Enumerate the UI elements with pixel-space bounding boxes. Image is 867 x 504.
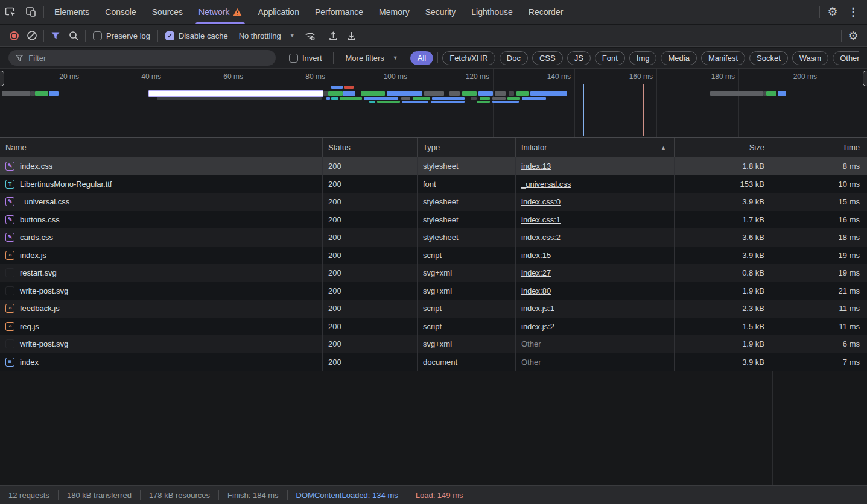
column-header-initiator[interactable]: Initiator▲ [516, 138, 675, 157]
chip-media[interactable]: Media [661, 51, 696, 65]
tab-label: Recorder [529, 7, 564, 17]
network-settings-button[interactable]: ⚙ [844, 27, 862, 44]
table-row[interactable]: ✎cards.css200stylesheetindex.css:23.6 kB… [0, 228, 867, 247]
clear-network-log-button[interactable] [23, 27, 41, 44]
overview-request-bar [480, 97, 490, 100]
overview-request-bar [413, 97, 430, 100]
column-header-name[interactable]: Name [0, 138, 323, 157]
chip-other[interactable]: Other [833, 51, 859, 65]
table-row[interactable]: ‹›req.js200scriptindex.js:21.5 kB11 ms [0, 318, 867, 336]
table-row[interactable]: ✎_universal.css200stylesheetindex.css:03… [0, 193, 867, 211]
table-row[interactable]: ✎index.css200stylesheetindex:131.8 kB8 m… [0, 157, 867, 175]
overview-request-bar [331, 97, 338, 100]
column-header-label: Size [749, 143, 764, 152]
table-row[interactable]: write-post.svg200svg+xmlOther1.9 kB6 ms [0, 335, 867, 353]
more-filters-dropdown[interactable]: More filters ▼ [340, 54, 404, 63]
filter-input-pill[interactable] [8, 50, 276, 66]
chip-img[interactable]: Img [629, 51, 657, 65]
timeline-tick-label: 140 ms [547, 72, 571, 81]
disable-cache-checkbox[interactable]: ✓ Disable cache [160, 31, 233, 40]
preserve-log-checkbox[interactable]: Preserve log [88, 31, 155, 40]
table-row[interactable]: TLibertinusMono-Regular.ttf200font_unive… [0, 175, 867, 194]
table-row[interactable]: ‹›feedback.js200scriptindex.js:12.3 kB11… [0, 300, 867, 318]
filter-input[interactable] [28, 54, 268, 63]
network-conditions-button[interactable] [301, 27, 319, 44]
initiator-link[interactable]: index:27 [521, 268, 551, 277]
overview-request-bar [326, 97, 330, 100]
timeline-tick-label: 160 ms [629, 72, 653, 81]
table-row[interactable]: restart.svg200svg+xmlindex:270.8 kB19 ms [0, 264, 867, 282]
timeline-gridline [247, 69, 247, 137]
table-row[interactable]: ≡index200documentOther3.9 kB7 ms [0, 353, 867, 371]
column-header-status[interactable]: Status [323, 138, 418, 157]
overview-request-bar [328, 91, 343, 96]
tab-recorder[interactable]: Recorder [521, 0, 571, 24]
overview-request-bar [478, 91, 493, 96]
status-bar: 12 requests180 kB transferred178 kB reso… [0, 485, 867, 504]
initiator-link[interactable]: index.css:0 [521, 197, 561, 206]
initiator-link[interactable]: index.css:1 [521, 215, 561, 224]
overview-right-handle[interactable] [863, 71, 867, 86]
chip-manifest[interactable]: Manifest [701, 51, 745, 65]
tab-elements[interactable]: Elements [46, 0, 97, 24]
tab-security[interactable]: Security [418, 0, 464, 24]
chip-socket[interactable]: Socket [749, 51, 788, 65]
overview-request-bar [361, 91, 385, 96]
wifi-gear-icon [304, 30, 316, 41]
chip-all[interactable]: All [410, 51, 433, 65]
font-file-icon: T [5, 180, 14, 189]
initiator-link[interactable]: index:13 [521, 162, 551, 171]
throttling-select[interactable]: No throttling ▼ [233, 31, 301, 40]
tab-sources[interactable]: Sources [144, 0, 191, 24]
filter-toggle-button[interactable] [46, 27, 65, 44]
record-network-log-button[interactable] [5, 27, 23, 44]
chip-wasm[interactable]: Wasm [792, 51, 828, 65]
devtools-settings-button[interactable]: ⚙ [822, 3, 843, 21]
search-network-button[interactable] [65, 27, 83, 44]
cell-initiator: index.css:0 [516, 193, 675, 211]
export-har-button[interactable] [343, 27, 361, 44]
device-toolbar-button[interactable] [21, 3, 41, 21]
column-header-time[interactable]: Time [772, 138, 867, 157]
chip-css[interactable]: CSS [532, 51, 563, 65]
cell-name: ‹›req.js [0, 318, 323, 336]
tab-console[interactable]: Console [97, 0, 144, 24]
preserve-log-label: Preserve log [106, 31, 150, 40]
initiator-link[interactable]: index.js:1 [521, 304, 554, 313]
overview-request-bar [522, 97, 546, 100]
tab-memory[interactable]: Memory [371, 0, 418, 24]
css-file-icon: ✎ [5, 233, 14, 242]
chip-fetchxhr[interactable]: Fetch/XHR [442, 51, 495, 65]
chip-js[interactable]: JS [567, 51, 591, 65]
column-header-label: Time [843, 143, 860, 152]
tab-application[interactable]: Application [250, 0, 307, 24]
column-header-type[interactable]: Type [418, 138, 516, 157]
initiator-link[interactable]: index.js:2 [521, 322, 554, 331]
table-row[interactable]: ✎buttons.css200stylesheetindex.css:11.7 … [0, 211, 867, 229]
initiator-link[interactable]: index:80 [521, 286, 551, 295]
timeline-tick-label: 80 ms [305, 72, 325, 81]
network-overview-timeline[interactable]: 20 ms40 ms60 ms80 ms100 ms120 ms140 ms16… [0, 69, 867, 137]
chip-doc[interactable]: Doc [500, 51, 528, 65]
table-row[interactable]: write-post.svg200svg+xmlindex:801.9 kB21… [0, 282, 867, 300]
css-file-icon: ✎ [5, 162, 14, 171]
tab-lighthouse[interactable]: Lighthouse [463, 0, 521, 24]
overview-left-handle[interactable] [0, 71, 4, 86]
cell-name: ≡index [0, 353, 323, 371]
invert-checkbox[interactable]: Invert [284, 54, 327, 63]
inspect-element-button[interactable] [0, 3, 21, 21]
initiator-link[interactable]: index.css:2 [521, 233, 561, 242]
table-row[interactable]: ‹›index.js200scriptindex:153.9 kB19 ms [0, 247, 867, 265]
devtools-menu-button[interactable]: ⋮ [843, 3, 863, 21]
initiator-link[interactable]: _universal.css [521, 180, 571, 189]
tab-network[interactable]: Network [191, 0, 250, 24]
js-file-icon: ‹› [5, 322, 14, 331]
overview-request-bar [495, 91, 506, 96]
chip-font[interactable]: Font [595, 51, 625, 65]
column-header-size[interactable]: Size [675, 138, 772, 157]
import-har-button[interactable] [325, 27, 343, 44]
overview-request-bar [401, 97, 410, 100]
initiator-link[interactable]: index:15 [521, 251, 551, 260]
tab-performance[interactable]: Performance [307, 0, 371, 24]
cell-status: 200 [323, 300, 418, 318]
